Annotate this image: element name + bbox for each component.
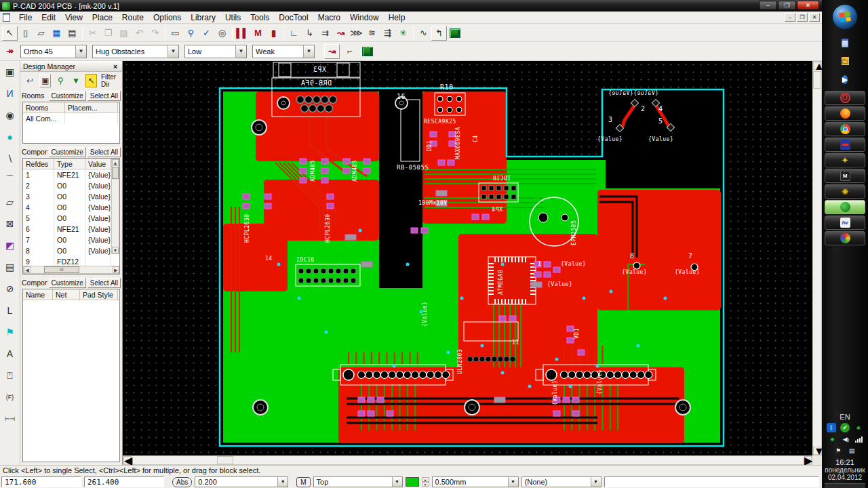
menu-item-file[interactable]: File xyxy=(14,12,37,23)
column-header[interactable]: Pad Style xyxy=(80,289,118,300)
components-select-all-button[interactable]: Select All xyxy=(87,147,121,157)
column-header[interactable]: Rooms xyxy=(23,102,65,113)
chevron-down-icon[interactable]: ▼ xyxy=(392,477,402,487)
measure-button[interactable]: ▭ xyxy=(167,26,183,41)
stub-right-button[interactable]: ↰ xyxy=(431,26,447,41)
action-center-icon[interactable]: ▤ xyxy=(847,446,856,455)
redo-button[interactable]: ↷ xyxy=(147,26,163,41)
rooms-table[interactable]: RoomsPlacem...All Com... xyxy=(22,102,120,144)
print-button[interactable]: ▤ xyxy=(64,26,80,41)
table-row[interactable]: 2O0{Value} xyxy=(23,180,119,191)
taskbar-button-chrome[interactable] xyxy=(825,122,865,136)
layer-color-swatch[interactable] xyxy=(406,477,419,487)
paste-button[interactable]: ▨ xyxy=(116,26,132,41)
bluetooth-icon[interactable]: ᛒ xyxy=(827,423,836,432)
route-miter-button[interactable]: ↝ xyxy=(333,26,349,41)
clover-icon[interactable]: ♣ xyxy=(854,423,863,432)
pattern-edit-button[interactable]: M xyxy=(250,26,266,41)
menu-item-tools[interactable]: Tools xyxy=(245,12,274,23)
place-keepout-button[interactable]: ⊘ xyxy=(2,281,18,297)
column-header[interactable]: Value xyxy=(85,159,111,169)
board-view-button[interactable] xyxy=(447,26,462,41)
table-row[interactable]: 6NFE21{Value} xyxy=(23,224,119,235)
canvas-vertical-scrollbar[interactable]: ▲ ▼ xyxy=(812,61,822,455)
copy-button[interactable]: ❐ xyxy=(100,26,116,41)
show-desktop-button[interactable] xyxy=(825,483,865,488)
volume-icon[interactable]: ◀) xyxy=(842,434,851,444)
language-indicator[interactable]: EN xyxy=(822,413,868,421)
menu-item-library[interactable]: Library xyxy=(186,12,220,23)
macro-button[interactable]: M xyxy=(296,477,310,487)
pads-customize-button[interactable]: Customize xyxy=(49,278,86,288)
column-header[interactable]: Type xyxy=(54,159,85,169)
menu-item-doctool[interactable]: DocTool xyxy=(274,12,313,23)
place-room-button[interactable]: L xyxy=(2,302,18,319)
place-line-button[interactable]: ∖ xyxy=(2,150,18,167)
place-text-button[interactable]: A xyxy=(2,346,18,362)
taskbar-button-matrix-tool[interactable]: M xyxy=(825,169,865,183)
place-polygon-button[interactable]: ▱ xyxy=(2,194,18,210)
filter-button[interactable]: ▼ xyxy=(71,74,81,87)
taskbar-button-firefox[interactable] xyxy=(825,106,865,121)
cut-button[interactable]: ✂ xyxy=(85,26,100,41)
table-hscrollbar[interactable]: ◀⦀⦀▶ xyxy=(23,266,120,274)
pads-table[interactable]: NameNetPad Style xyxy=(22,289,120,462)
place-component-button[interactable]: ▣ xyxy=(2,64,18,80)
clock[interactable]: 16:21 xyxy=(822,458,868,466)
maximize-button[interactable]: ❐ xyxy=(778,1,796,10)
net-select[interactable]: (None) ▼ xyxy=(521,476,601,487)
menu-item-window[interactable]: Window xyxy=(345,12,384,23)
view-record-button[interactable]: ◎ xyxy=(214,26,230,41)
stub-left-button[interactable]: ∿ xyxy=(416,26,431,41)
place-connection-button[interactable]: И xyxy=(2,85,18,102)
open-file-button[interactable]: ▱ xyxy=(33,26,49,41)
zoom-to-button[interactable]: ⚲ xyxy=(55,74,66,87)
taskbar-button-diptrace[interactable]: ✦ xyxy=(825,153,865,167)
place-field-button[interactable]: {F} xyxy=(2,389,18,405)
explorer-icon[interactable]: 🗀 xyxy=(838,55,852,67)
table-vscrollbar[interactable]: ▲▼ xyxy=(111,159,119,254)
chevron-down-icon[interactable]: ▼ xyxy=(235,45,246,58)
unroute-tool-button[interactable]: ↝ xyxy=(324,44,340,59)
layer-pairs-button[interactable]: ▌▌ xyxy=(235,26,250,41)
chevron-down-icon[interactable]: ▼ xyxy=(508,477,518,487)
chevron-down-icon[interactable]: ▼ xyxy=(591,477,601,487)
route-manual-button[interactable]: ∟ xyxy=(286,26,302,41)
close-button[interactable]: ✕ xyxy=(797,1,819,10)
menu-item-utils[interactable]: Utils xyxy=(220,12,245,23)
place-ref-point-button[interactable]: ⚑ xyxy=(2,324,18,340)
abs-rel-button[interactable]: Abs xyxy=(172,477,192,487)
layer-toggle-button[interactable]: ▮ xyxy=(266,26,281,41)
route-mode-icon[interactable]: ↠ xyxy=(2,44,18,59)
route-bus-button[interactable]: ⇶ xyxy=(380,26,395,41)
gadget-icon[interactable]: ▦ xyxy=(838,37,852,49)
flag-icon[interactable]: ⚑ xyxy=(833,446,843,455)
new-file-button[interactable]: ▯ xyxy=(18,26,33,41)
table-row[interactable]: 8O0{Value} xyxy=(23,245,119,256)
place-via-button[interactable]: ◉ xyxy=(2,107,18,123)
place-attribute-button[interactable]: ⍞ xyxy=(2,367,18,384)
menu-item-route[interactable]: Route xyxy=(117,12,149,23)
place-pad-button[interactable]: ● xyxy=(2,129,18,145)
panel-close-icon[interactable]: × xyxy=(111,62,119,70)
chevron-down-icon[interactable]: ▼ xyxy=(277,477,288,487)
route-advanced-button[interactable]: ⇉ xyxy=(317,26,333,41)
layer-spinner[interactable]: ▲▼ xyxy=(422,477,429,487)
start-button[interactable] xyxy=(832,4,858,30)
table-row[interactable]: 4O0{Value} xyxy=(23,202,119,213)
strength-select[interactable]: Weak ▼ xyxy=(252,45,315,58)
menu-item-macro[interactable]: Macro xyxy=(313,12,345,23)
column-header[interactable]: Refdes xyxy=(23,159,54,169)
undo-button[interactable]: ↶ xyxy=(132,26,147,41)
table-row[interactable]: All Com... xyxy=(23,113,119,124)
y-coordinate-field[interactable]: 261.400 xyxy=(84,476,164,487)
ortho-mode-select[interactable]: Ortho 45 ▼ xyxy=(20,45,87,58)
table-row[interactable]: 5O0{Value} xyxy=(23,213,119,224)
taskbar-button-kicad[interactable] xyxy=(825,138,865,152)
component-mode-button[interactable]: ▣ xyxy=(39,74,51,87)
media-player-icon[interactable]: ▶ xyxy=(838,73,852,85)
antivirus-icon[interactable]: ✔ xyxy=(840,423,850,432)
taskbar-button-image-viewer[interactable] xyxy=(825,231,865,245)
place-cutout-button[interactable]: ⊠ xyxy=(2,216,18,232)
place-arc-button[interactable]: ⌒ xyxy=(2,172,18,188)
